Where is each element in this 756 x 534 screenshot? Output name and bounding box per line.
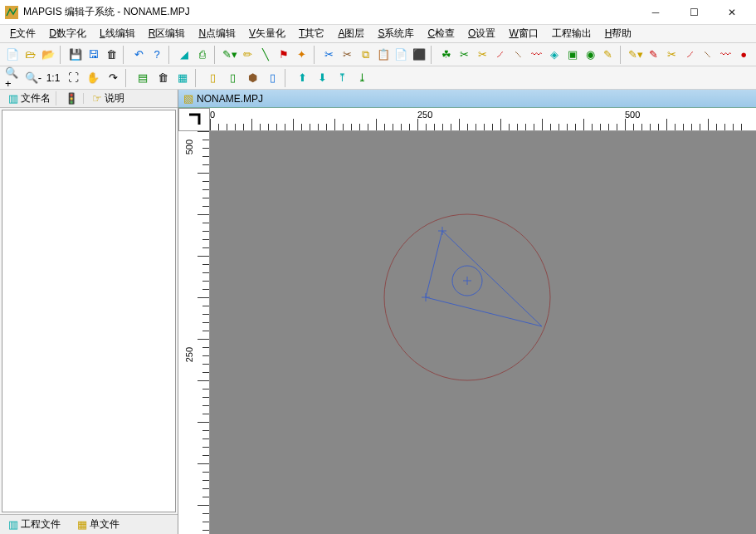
grid-icon[interactable]: ▦	[173, 69, 192, 87]
attr-icon[interactable]: ⬛	[411, 46, 427, 64]
cut2-icon[interactable]: ✂	[339, 46, 356, 64]
project-icon: ▥	[8, 519, 18, 530]
ground-icon[interactable]: ⤓	[353, 69, 371, 87]
menu-线编辑[interactable]: L线编辑	[93, 25, 142, 42]
canvas-viewport[interactable]	[210, 131, 756, 534]
paste-icon[interactable]: 📋	[375, 46, 392, 64]
minimize-button[interactable]: ─	[637, 1, 675, 24]
col-desc[interactable]: ☞ 说明	[87, 91, 129, 105]
cut-c-icon[interactable]: ✂	[664, 46, 680, 64]
menu-窗口[interactable]: W窗口	[502, 25, 544, 42]
tab-single[interactable]: ▦ 单文件	[72, 516, 124, 533]
save-icon[interactable]: 💾	[67, 46, 84, 64]
menu-工程输出[interactable]: 工程输出	[545, 25, 598, 42]
link-icon[interactable]: ☘	[438, 46, 455, 64]
fit-icon[interactable]: ⛶	[64, 69, 82, 87]
undo-icon[interactable]: ↶	[131, 46, 148, 64]
align-icon[interactable]: ⤒	[333, 69, 351, 87]
app-icon	[5, 6, 18, 19]
marker-a-icon[interactable]: ▯	[203, 69, 222, 87]
canvas[interactable]	[210, 131, 741, 522]
ruler-corner[interactable]	[178, 108, 210, 131]
cut-icon[interactable]: ✂	[321, 46, 338, 64]
brush-icon[interactable]: ✎▾	[222, 46, 238, 64]
scissors-b-icon[interactable]: ✂	[475, 46, 491, 64]
flag-icon[interactable]: ⚑	[276, 46, 292, 64]
tab-single-label: 单文件	[90, 517, 119, 532]
fill-icon[interactable]: ◉	[582, 46, 598, 64]
menu-系统库[interactable]: S系统库	[371, 25, 421, 42]
wave-icon[interactable]: 〰	[718, 46, 734, 64]
col-status[interactable]: 🚦	[60, 93, 84, 104]
menubar: F文件D数字化L线编辑R区编辑N点编辑V矢量化T其它A图层S系统库C检查O设置W…	[0, 25, 756, 43]
col-filename-label: 文件名	[21, 91, 51, 105]
maximize-button[interactable]: ☐	[675, 1, 713, 24]
document-titlebar[interactable]: ▧ NONAME.MPJ	[178, 90, 756, 108]
menu-检查[interactable]: C检查	[421, 25, 461, 42]
pen-a-icon[interactable]: ✎▾	[627, 46, 644, 64]
zoom-1-1[interactable]: 1:1	[44, 69, 62, 87]
ruler-vertical[interactable]: 500250	[178, 131, 210, 534]
marker-b-icon[interactable]: ▯	[223, 69, 241, 87]
layers-icon: ▥	[8, 93, 18, 104]
pen-b-icon[interactable]: ✎	[646, 46, 662, 64]
redo-icon[interactable]: ↷	[104, 69, 122, 87]
menu-其它[interactable]: T其它	[292, 25, 331, 42]
menu-文件[interactable]: F文件	[3, 25, 42, 42]
ruler-horizontal[interactable]: 0250500	[210, 108, 756, 131]
open-icon[interactable]: 📂	[40, 46, 56, 64]
print-icon[interactable]: ⎙	[194, 46, 211, 64]
menu-点编辑[interactable]: N点编辑	[192, 25, 242, 42]
angle-b-icon[interactable]: ⟍	[510, 46, 527, 64]
menu-帮助[interactable]: H帮助	[598, 25, 639, 42]
marker-d-icon[interactable]: ▯	[263, 69, 281, 87]
eraser-icon[interactable]: ◢	[176, 46, 193, 64]
open-file-icon[interactable]: 🗁	[22, 46, 39, 64]
tab-project[interactable]: ▥ 工程文件	[3, 516, 66, 533]
svg-marker-2	[426, 231, 542, 326]
new-icon[interactable]: 📄	[4, 46, 21, 64]
delete-icon[interactable]: 🗑	[104, 46, 120, 64]
menu-数字化[interactable]: D数字化	[42, 25, 93, 42]
marker-c-icon[interactable]: ⬢	[243, 69, 261, 87]
zoom-out-icon[interactable]: 🔍-	[24, 69, 42, 87]
angle-a-icon[interactable]: ⟋	[492, 46, 509, 64]
menu-区编辑[interactable]: R区编辑	[142, 25, 193, 42]
tab-project-label: 工程文件	[21, 517, 61, 532]
menu-图层[interactable]: A图层	[331, 25, 371, 42]
copy-icon[interactable]: ⧉	[357, 46, 373, 64]
area-icon[interactable]: ▣	[564, 46, 581, 64]
col-filename[interactable]: ▥ 文件名	[3, 91, 56, 105]
work-area: ▧ NONAME.MPJ 0250500 500250	[178, 90, 756, 534]
zoom-in-icon[interactable]: 🔍+	[4, 69, 22, 87]
pencil-icon[interactable]: ✏	[240, 46, 256, 64]
paint-icon[interactable]: ✎	[600, 46, 617, 64]
arc-b-icon[interactable]: ⟍	[700, 46, 716, 64]
prop-icon[interactable]: 📄	[393, 46, 410, 64]
single-icon: ▦	[77, 519, 87, 530]
flash-icon[interactable]: ✦	[294, 46, 310, 64]
menu-设置[interactable]: O设置	[461, 25, 502, 42]
arrow-down-icon[interactable]: ⬇	[313, 69, 331, 87]
trash-icon[interactable]: 🗑	[154, 69, 172, 87]
arc-a-icon[interactable]: ⟋	[681, 46, 698, 64]
menu-矢量化[interactable]: V矢量化	[242, 25, 292, 42]
help-icon[interactable]: ?	[149, 46, 165, 64]
layer-icon[interactable]: ▤	[134, 69, 152, 87]
toolbar-main: 📄🗁📂💾🖫🗑↶?◢⎙✎▾✏╲⚑✦✂✂⧉📋📄⬛☘✂✂⟋⟍〰◈▣◉✎✎▾✎✂⟋⟍〰●	[0, 43, 756, 66]
close-button[interactable]: ✕	[713, 1, 751, 24]
toolbar-view: 🔍+🔍-1:1⛶✋↷▤🗑▦▯▯⬢▯⬆⬇⤒⤓	[0, 66, 756, 90]
curve-a-icon[interactable]: 〰	[528, 46, 544, 64]
arrow-up-icon[interactable]: ⬆	[293, 69, 311, 87]
dot-icon[interactable]: ●	[735, 46, 752, 64]
col-desc-label: 说明	[105, 91, 124, 105]
side-tabs: ▥ 工程文件 ▦ 单文件	[0, 514, 178, 534]
side-header: ▥ 文件名 🚦 ☞ 说明	[0, 90, 178, 108]
file-tree[interactable]	[2, 110, 176, 512]
scissors-a-icon[interactable]: ✂	[456, 46, 473, 64]
line-draw-icon[interactable]: ╲	[258, 46, 275, 64]
node-icon[interactable]: ◈	[546, 46, 563, 64]
main-area: ▥ 文件名 🚦 ☞ 说明 ▥ 工程文件 ▦ 单文件 ▧	[0, 90, 756, 534]
save-all-icon[interactable]: 🖫	[85, 46, 102, 64]
pan-icon[interactable]: ✋	[84, 69, 102, 87]
